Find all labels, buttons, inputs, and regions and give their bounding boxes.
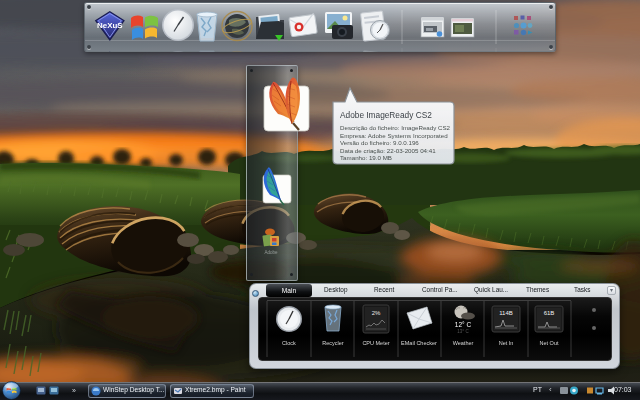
svg-text:Weather: Weather bbox=[453, 340, 474, 346]
svg-text:13° C: 13° C bbox=[457, 329, 469, 334]
svg-text:NeXuS: NeXuS bbox=[97, 21, 122, 30]
svg-text:Clock: Clock bbox=[282, 340, 296, 346]
svg-text:CPU Meter: CPU Meter bbox=[362, 340, 389, 346]
svg-text:EMail Checker: EMail Checker bbox=[401, 340, 437, 346]
svg-text:12° C: 12° C bbox=[455, 321, 472, 328]
svg-text:114B: 114B bbox=[499, 310, 513, 316]
svg-text:Net Out: Net Out bbox=[540, 340, 559, 346]
svg-text:61B: 61B bbox=[544, 310, 555, 316]
svg-text:»: » bbox=[72, 387, 76, 394]
svg-text:Adobe: Adobe bbox=[264, 250, 278, 255]
svg-text:Net In: Net In bbox=[499, 340, 514, 346]
svg-text:Recycler: Recycler bbox=[322, 340, 344, 346]
svg-text:2%: 2% bbox=[372, 310, 381, 316]
